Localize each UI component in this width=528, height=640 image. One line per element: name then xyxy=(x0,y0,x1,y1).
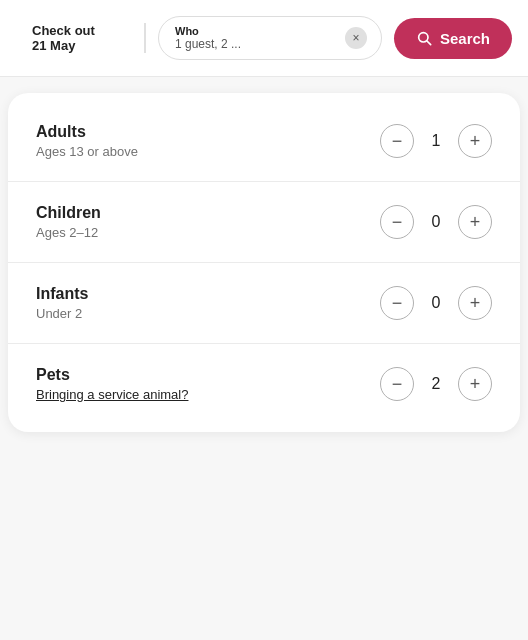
adults-decrement-button[interactable]: − xyxy=(380,124,414,158)
who-label: Who xyxy=(175,25,335,37)
infants-counter: − 0 + xyxy=(380,286,492,320)
pets-count: 2 xyxy=(428,375,444,393)
children-counter: − 0 + xyxy=(380,205,492,239)
pets-label: Pets xyxy=(36,366,188,384)
search-button[interactable]: Search xyxy=(394,18,512,59)
children-label: Children xyxy=(36,204,101,222)
adults-count: 1 xyxy=(428,132,444,150)
adults-row: Adults Ages 13 or above − 1 + xyxy=(8,101,520,182)
service-animal-link[interactable]: Bringing a service animal? xyxy=(36,387,188,402)
infants-row: Infants Under 2 − 0 + xyxy=(8,263,520,344)
infants-label: Infants xyxy=(36,285,88,303)
adults-counter: − 1 + xyxy=(380,124,492,158)
infants-info: Infants Under 2 xyxy=(36,285,88,321)
svg-line-1 xyxy=(427,41,431,45)
checkout-label: Check out xyxy=(32,23,128,38)
pets-counter: − 2 + xyxy=(380,367,492,401)
guests-card: Adults Ages 13 or above − 1 + Children A… xyxy=(8,93,520,432)
children-age-range: Ages 2–12 xyxy=(36,225,101,240)
infants-decrement-button[interactable]: − xyxy=(380,286,414,320)
adults-info: Adults Ages 13 or above xyxy=(36,123,138,159)
who-text-group: Who 1 guest, 2 ... xyxy=(175,25,335,51)
children-row: Children Ages 2–12 − 0 + xyxy=(8,182,520,263)
who-value: 1 guest, 2 ... xyxy=(175,37,335,51)
close-button[interactable]: × xyxy=(345,27,367,49)
children-count: 0 xyxy=(428,213,444,231)
children-info: Children Ages 2–12 xyxy=(36,204,101,240)
who-pill[interactable]: Who 1 guest, 2 ... × xyxy=(158,16,382,60)
pets-increment-button[interactable]: + xyxy=(458,367,492,401)
infants-increment-button[interactable]: + xyxy=(458,286,492,320)
adults-increment-button[interactable]: + xyxy=(458,124,492,158)
infants-count: 0 xyxy=(428,294,444,312)
checkout-date: 21 May xyxy=(32,38,128,53)
children-increment-button[interactable]: + xyxy=(458,205,492,239)
search-button-label: Search xyxy=(440,30,490,47)
pets-row: Pets Bringing a service animal? − 2 + xyxy=(8,344,520,424)
adults-label: Adults xyxy=(36,123,138,141)
header: Check out 21 May Who 1 guest, 2 ... × Se… xyxy=(0,0,528,77)
search-icon xyxy=(416,30,432,46)
children-decrement-button[interactable]: − xyxy=(380,205,414,239)
infants-age-range: Under 2 xyxy=(36,306,88,321)
pets-decrement-button[interactable]: − xyxy=(380,367,414,401)
adults-age-range: Ages 13 or above xyxy=(36,144,138,159)
pets-info: Pets Bringing a service animal? xyxy=(36,366,188,402)
checkout-section: Check out 21 May xyxy=(16,23,146,53)
